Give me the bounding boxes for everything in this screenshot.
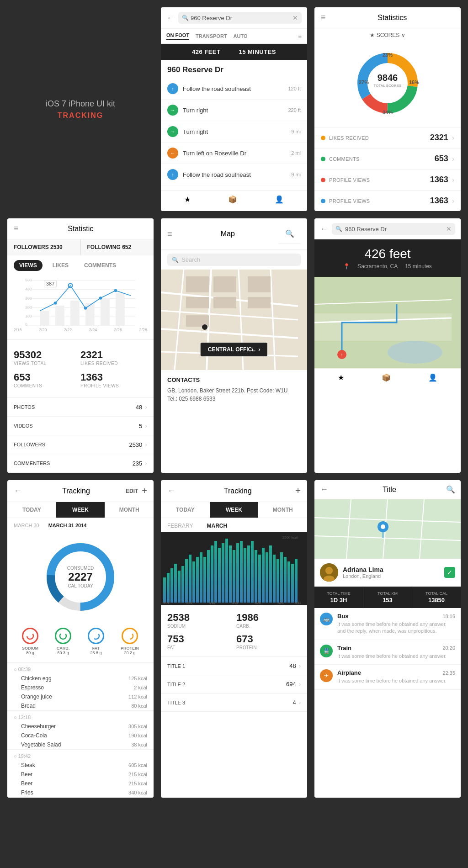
svg-text:9846: 9846 <box>378 73 398 83</box>
tab-comments[interactable]: COMMENTS <box>79 260 122 271</box>
nav-search-clear[interactable]: ✕ <box>292 14 298 21</box>
svg-point-61 <box>93 633 99 639</box>
nav-search-bar[interactable]: 🔍 960 Reserve Dr ✕ <box>178 12 302 24</box>
nav-footer-box[interactable]: 📦 <box>228 195 237 204</box>
statistic-card: ≡ Statistic FOLLOWERS 2530 FOLLOWING 652… <box>7 218 154 473</box>
tracking-add-button[interactable]: + <box>142 486 147 496</box>
svg-rect-94 <box>269 545 272 603</box>
user-info: Adriana Lima London, England <box>343 566 444 579</box>
stat-row-videos[interactable]: VIDEOS 5 › <box>7 417 154 435</box>
svg-rect-66 <box>167 573 170 603</box>
legend-profile-views-red[interactable]: PROFILE VIEWS 1363 › <box>314 169 461 190</box>
stat-row-commenters[interactable]: COMMENTERS 235 › <box>7 454 154 473</box>
nd-footer-box[interactable]: 📦 <box>382 373 391 382</box>
svg-rect-78 <box>211 545 213 603</box>
tw-row-title1[interactable]: TITLE 1 48 › <box>161 657 307 675</box>
route-list: ↑ Follow the road southeast 120 ft → Tur… <box>161 78 307 190</box>
tw-tab-today[interactable]: TODAY <box>161 502 210 518</box>
svg-rect-24 <box>70 301 80 326</box>
svg-rect-71 <box>185 559 188 603</box>
nav-back-button[interactable]: ← <box>166 13 175 23</box>
tab-month[interactable]: MONTH <box>105 502 154 518</box>
nd-footer-star[interactable]: ★ <box>338 373 344 382</box>
arrow-right-icon: › <box>258 346 260 353</box>
nutr-sodium: SODIUM 80 g <box>22 628 38 655</box>
map-search-placeholder: Search <box>181 256 200 263</box>
route-item: ↑ Follow the road southeast 9 mi <box>161 164 307 185</box>
map-search-bar[interactable]: 🔍 Search <box>167 254 301 266</box>
map-contacts: CONTACTS GB, London, Baker Street 221b. … <box>161 370 307 408</box>
legend-label-1: COMMENTS <box>329 156 435 162</box>
chart-xaxis: 2/18 2/20 2/22 2/24 2/26 2/28 <box>14 328 147 334</box>
svg-rect-44 <box>186 297 209 308</box>
route-item: → Turn right 9 mi <box>161 121 307 143</box>
tw-back-button[interactable]: ← <box>167 486 176 496</box>
tab-today[interactable]: TODAY <box>7 502 56 518</box>
app-header: iOS 7 iPhone UI kit TRACKING <box>7 7 154 211</box>
tw-tab-month[interactable]: MONTH <box>258 502 307 518</box>
svg-text:34%: 34% <box>383 110 393 115</box>
meal-item: Beer 215 kcal <box>7 779 154 788</box>
title-search-icon[interactable]: 🔍 <box>446 485 455 494</box>
tw-row-title3[interactable]: TITLE 3 4 › <box>161 693 307 712</box>
nd-map-area[interactable]: ↑ <box>314 277 461 368</box>
tab-transport[interactable]: TRANSPORT <box>196 33 227 39</box>
route-icon-blue: ↑ <box>167 83 178 94</box>
tab-on-foot[interactable]: ON FOOT <box>166 32 189 40</box>
tdc-consumed-label: CONSUMED <box>67 566 94 571</box>
back-button[interactable]: ← <box>320 224 328 234</box>
legend-val-3: 1363 <box>430 196 448 206</box>
svg-rect-95 <box>273 555 276 603</box>
menu-icon[interactable]: ≡ <box>14 224 19 233</box>
menu-icon[interactable]: ≡ <box>298 32 302 40</box>
svg-rect-76 <box>203 557 206 603</box>
svg-text:27%: 27% <box>359 79 369 85</box>
tab-views[interactable]: VIEWS <box>14 260 43 271</box>
route-item: ← Turn left on Roseville Dr 2 mi <box>161 143 307 164</box>
tw-add-button[interactable]: + <box>295 486 301 496</box>
menu-icon[interactable]: ≡ <box>167 229 172 239</box>
nav-footer-star[interactable]: ★ <box>184 195 191 204</box>
search-icon: 🔍 <box>172 257 179 263</box>
stat-row-followers[interactable]: FOLLOWERS 2530 › <box>7 435 154 454</box>
route-text-1: Turn right <box>183 107 288 114</box>
svg-text:0: 0 <box>25 322 27 326</box>
legend-likes[interactable]: LIKES RECIVED 2321 › <box>314 127 461 148</box>
tw-list: TITLE 1 48 › TITLE 2 694 › TITLE 3 4 › <box>161 656 307 712</box>
tracking-back-button[interactable]: ← <box>14 486 22 496</box>
legend-comments[interactable]: COMMENTS 653 › <box>314 148 461 169</box>
svg-rect-87 <box>244 548 246 603</box>
svg-rect-81 <box>222 543 224 603</box>
svg-rect-86 <box>240 541 243 603</box>
tab-likes[interactable]: LIKES <box>47 260 74 271</box>
svg-text:2500 kcal: 2500 kcal <box>282 535 298 540</box>
map-body[interactable]: CENTRAL OFFICE › <box>161 270 307 370</box>
legend-profile-views-blue[interactable]: PROFILE VIEWS 1363 › <box>314 190 461 211</box>
svg-text:100: 100 <box>25 314 32 318</box>
nd-clear-icon[interactable]: ✕ <box>446 225 452 233</box>
central-office-button[interactable]: CENTRAL OFFICE › <box>201 343 267 356</box>
tab-week[interactable]: WEEK <box>56 502 105 518</box>
nav-footer-person[interactable]: 👤 <box>275 195 284 204</box>
nd-footer-person[interactable]: 👤 <box>428 373 437 382</box>
meal-list: ○ 08:39 Chicken egg 125 kcal Espresso 2 … <box>7 663 154 798</box>
tracking-card: ← Tracking EDIT + TODAY WEEK MONTH MARCH… <box>7 480 154 798</box>
user-check-icon[interactable]: ✓ <box>444 567 455 578</box>
stat-row-photos[interactable]: PHOTOS 48 › <box>7 398 154 417</box>
svg-text:↑: ↑ <box>341 352 343 357</box>
tw-tab-week[interactable]: WEEK <box>210 502 259 518</box>
tracking-edit-button[interactable]: EDIT <box>126 488 138 494</box>
svg-rect-68 <box>174 564 177 603</box>
nd-search-bar[interactable]: 🔍 960 Reserve Dr ✕ <box>332 223 455 235</box>
title-back-button[interactable]: ← <box>320 485 328 494</box>
menu-icon[interactable]: ≡ <box>321 13 326 22</box>
route-text-2: Turn right <box>183 128 291 135</box>
tw-row-title2[interactable]: TITLE 2 694 › <box>161 675 307 693</box>
scores-label[interactable]: ★ SCORES ∨ <box>314 28 461 42</box>
route-item: → Turn right 220 ft <box>161 100 307 121</box>
tab-auto[interactable]: AUTO <box>234 33 248 39</box>
arrow-icon: › <box>299 681 301 688</box>
user-name: Adriana Lima <box>343 566 444 573</box>
search-icon[interactable]: 🔍 <box>279 224 301 244</box>
train-icon: 🚆 <box>320 645 333 657</box>
